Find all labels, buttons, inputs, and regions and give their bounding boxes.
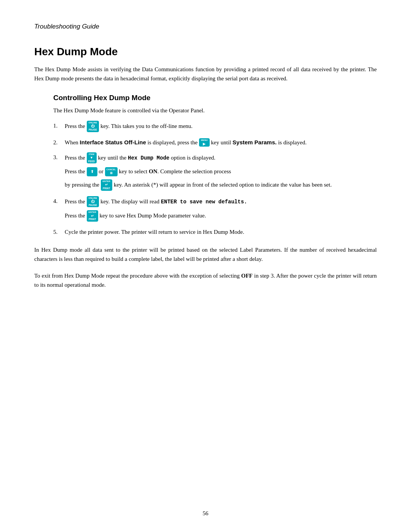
page: Troubleshooting Guide Hex Dump Mode The …: [0, 0, 411, 532]
step-4: 4. Press the ONLINE ⏻ PAUSE key. The dis…: [53, 197, 377, 222]
step-2-content: When Interface Status Off-Line is displa…: [65, 138, 377, 147]
step-2-inline1: Interface Status Off-Line: [80, 139, 146, 145]
step-2: 2. When Interface Status Off-Line is dis…: [53, 138, 377, 147]
step-2-num: 2.: [53, 138, 65, 147]
steps-list: 1. Press the ONLINE ⏻ PAUSE key. This ta…: [53, 121, 377, 237]
intro-paragraph: The Hex Dump Mode assists in verifying t…: [34, 65, 377, 83]
online-pause-key-2: ONLINE ⏻ PAUSE: [87, 196, 99, 208]
step-1-num: 1.: [53, 121, 65, 131]
item-feed-key: ITEM ▼ FEED: [87, 152, 97, 164]
online-pause-key-1: ONLINE ⏻ PAUSE: [87, 121, 99, 132]
enter-print-key-1: ENTER ↵ PRINT: [101, 179, 112, 191]
enter-print-key-2: ENTER ↵ PRINT: [87, 210, 98, 222]
step-4-sub: Press the ENTER ↵ PRINT key to save Hex …: [65, 211, 377, 222]
step-3-hex-dump-mode: Hex Dump Mode: [128, 155, 169, 161]
step-1: 1. Press the ONLINE ⏻ PAUSE key. This ta…: [53, 121, 377, 133]
step-3-content: Press the ITEM ▼ FEED key until the Hex …: [65, 153, 377, 164]
step-5-num: 5.: [53, 227, 65, 237]
page-number: 56: [0, 510, 411, 517]
header-title: Troubleshooting Guide: [34, 23, 377, 30]
menu-key: MENU ▶: [199, 138, 210, 147]
step-1-content: Press the ONLINE ⏻ PAUSE key. This takes…: [65, 121, 377, 133]
off-text: OFF: [241, 273, 253, 279]
sub-intro: The Hex Dump Mode feature is controlled …: [53, 106, 377, 115]
sub-section: Controlling Hex Dump Mode The Hex Dump M…: [53, 94, 377, 237]
cancel-key: CANCEL ⊞: [105, 167, 118, 176]
step-3-sub1: Press the ⬆ or CANCEL ⊞ key to select ON…: [65, 167, 377, 177]
step-3-num: 3.: [53, 153, 65, 162]
step-4-enter-save: ENTER to save new defaults.: [161, 199, 247, 205]
step-3-on-text: ON: [149, 168, 158, 174]
step-2-inline2: System Params.: [233, 139, 277, 145]
value-up-key: ⬆: [87, 167, 97, 176]
sub-section-title: Controlling Hex Dump Mode: [53, 94, 377, 102]
step-3-sub2: by pressing the ENTER ↵ PRINT key. An as…: [65, 180, 377, 191]
step-5: 5. Cycle the printer power. The printer …: [53, 227, 377, 237]
main-title: Hex Dump Mode: [34, 46, 377, 58]
step-4-content: Press the ONLINE ⏻ PAUSE key. The displa…: [65, 197, 377, 208]
paragraph-2: In Hex Dump mode all data sent to the pr…: [34, 245, 377, 264]
step-5-content: Cycle the printer power. The printer wil…: [65, 227, 377, 237]
step-3: 3. Press the ITEM ▼ FEED key until the H…: [53, 153, 377, 191]
paragraph-3: To exit from Hex Dump Mode repeat the pr…: [34, 271, 377, 289]
step-4-num: 4.: [53, 197, 65, 206]
